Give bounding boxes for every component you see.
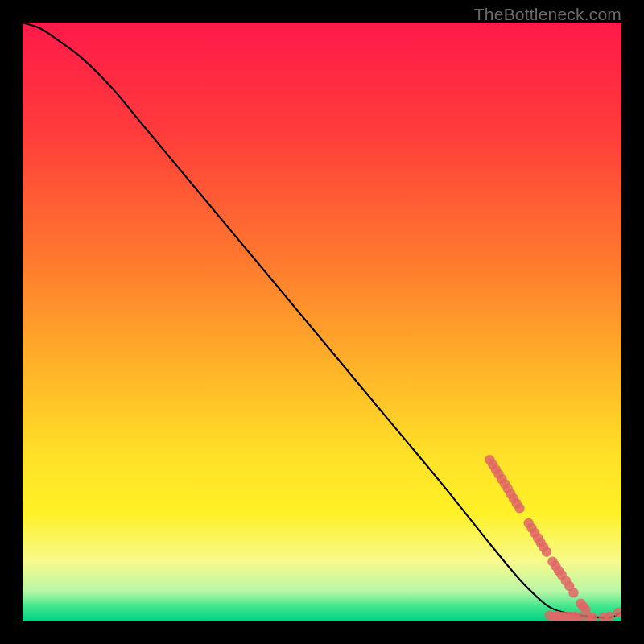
- bottleneck-chart: [23, 23, 621, 621]
- highlight-dot: [514, 503, 524, 513]
- highlight-dot: [605, 612, 614, 621]
- watermark-label: TheBottleneck.com: [474, 5, 621, 24]
- plot-area: [23, 23, 621, 621]
- chart-frame: TheBottleneck.com: [0, 0, 644, 644]
- highlight-dot: [568, 588, 578, 597]
- highlight-dot: [542, 547, 551, 557]
